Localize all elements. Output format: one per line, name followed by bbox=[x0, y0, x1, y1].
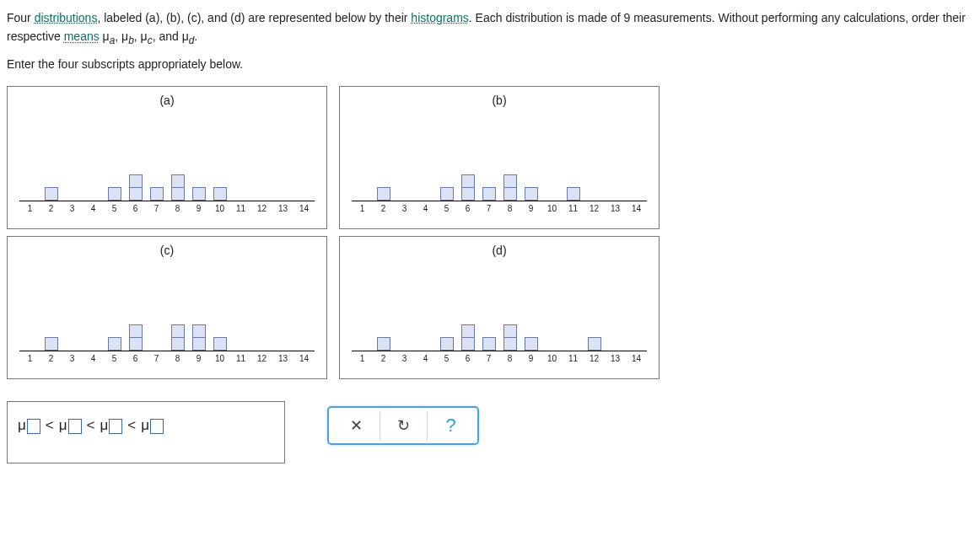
subscript-input-2[interactable] bbox=[68, 419, 82, 434]
bar-col bbox=[272, 175, 293, 201]
x-tick-label: 3 bbox=[394, 354, 415, 363]
chart-title: (a) bbox=[8, 87, 326, 110]
bar-block bbox=[108, 187, 121, 201]
plot-area: 1234567891011121314 bbox=[19, 283, 315, 363]
x-tick-label: 14 bbox=[293, 204, 315, 213]
bar-col bbox=[373, 175, 394, 201]
mu-symbol: μ bbox=[141, 417, 149, 434]
bar-col bbox=[40, 175, 62, 201]
bar-col bbox=[40, 325, 62, 351]
axis-line bbox=[352, 201, 647, 201]
bar-block bbox=[45, 337, 58, 351]
bar-block bbox=[377, 187, 390, 201]
bar-block bbox=[461, 187, 475, 201]
instruction-line: Enter the four subscripts appropriately … bbox=[7, 57, 973, 71]
bar-col bbox=[209, 175, 230, 201]
intro-text-4: μ bbox=[100, 29, 110, 43]
bar-col bbox=[563, 325, 584, 351]
bar-block bbox=[482, 187, 496, 201]
bar-block bbox=[129, 337, 143, 351]
bar-col bbox=[457, 325, 478, 351]
bar-block bbox=[192, 324, 206, 338]
x-tick-label: 5 bbox=[104, 204, 125, 213]
x-tick-label: 6 bbox=[457, 204, 478, 213]
bar-col bbox=[146, 325, 167, 351]
x-tick-label: 9 bbox=[188, 354, 209, 363]
bar-col bbox=[394, 325, 415, 351]
bar-block bbox=[567, 187, 580, 201]
link-means[interactable]: means bbox=[64, 29, 100, 43]
mu-slot-2: μ bbox=[59, 417, 82, 434]
bar-col bbox=[394, 175, 415, 201]
x-ticks: 1234567891011121314 bbox=[352, 204, 647, 213]
axis-line bbox=[352, 351, 647, 351]
bar-col bbox=[478, 325, 499, 351]
bar-block bbox=[129, 174, 143, 188]
bar-block bbox=[171, 337, 185, 351]
x-tick-label: 13 bbox=[605, 354, 626, 363]
bar-col bbox=[293, 325, 315, 351]
sub-b: b bbox=[128, 35, 134, 46]
bar-col bbox=[146, 175, 167, 201]
bar-block bbox=[461, 337, 475, 351]
chart-panel: (b)1234567891011121314 bbox=[339, 86, 660, 229]
undo-button[interactable]: ↻ bbox=[380, 411, 427, 440]
action-toolbar: ✕ ↻ ? bbox=[327, 406, 479, 445]
bar-col bbox=[541, 175, 563, 201]
mu-sequence: μ < μ < μ < μ bbox=[18, 417, 274, 434]
x-tick-label: 4 bbox=[415, 354, 436, 363]
clear-button[interactable]: ✕ bbox=[332, 411, 380, 440]
bar-col bbox=[251, 325, 272, 351]
mu-symbol: μ bbox=[59, 417, 67, 434]
undo-icon: ↻ bbox=[397, 416, 410, 435]
bar-col bbox=[436, 175, 457, 201]
bar-block bbox=[192, 337, 206, 351]
bar-block bbox=[129, 324, 143, 338]
subscript-input-4[interactable] bbox=[150, 419, 164, 434]
bar-col bbox=[230, 175, 251, 201]
x-tick-label: 14 bbox=[293, 354, 315, 363]
x-tick-label: 2 bbox=[40, 204, 62, 213]
x-tick-label: 10 bbox=[541, 204, 563, 213]
mu-symbol: μ bbox=[100, 417, 108, 434]
x-tick-label: 6 bbox=[125, 204, 146, 213]
lt-symbol: < bbox=[46, 417, 54, 434]
bar-col bbox=[188, 175, 209, 201]
bar-col bbox=[478, 175, 499, 201]
x-tick-label: 1 bbox=[19, 204, 40, 213]
bar-col bbox=[125, 325, 146, 351]
bar-col bbox=[605, 175, 626, 201]
bar-col bbox=[83, 175, 104, 201]
x-tick-label: 7 bbox=[146, 354, 167, 363]
x-tick-label: 5 bbox=[436, 354, 457, 363]
x-ticks: 1234567891011121314 bbox=[19, 204, 315, 213]
bar-block bbox=[440, 337, 454, 351]
x-tick-label: 2 bbox=[373, 204, 394, 213]
x-tick-label: 13 bbox=[272, 204, 293, 213]
x-tick-label: 10 bbox=[541, 354, 563, 363]
x-tick-label: 2 bbox=[40, 354, 62, 363]
plot-area: 1234567891011121314 bbox=[352, 283, 647, 363]
link-distributions[interactable]: distributions bbox=[35, 11, 98, 24]
bar-block bbox=[503, 337, 517, 351]
bar-block bbox=[440, 187, 454, 201]
link-histograms[interactable]: histograms bbox=[411, 11, 468, 24]
subscript-input-3[interactable] bbox=[109, 419, 122, 434]
bar-col bbox=[499, 175, 520, 201]
bar-col bbox=[584, 175, 605, 201]
bar-block bbox=[525, 337, 538, 351]
bar-block bbox=[45, 187, 58, 201]
lt-symbol: < bbox=[87, 417, 95, 434]
bar-col bbox=[19, 325, 40, 351]
bar-col bbox=[188, 325, 209, 351]
x-tick-label: 8 bbox=[167, 204, 188, 213]
subscript-input-1[interactable] bbox=[27, 419, 40, 434]
bar-block bbox=[503, 324, 517, 338]
bar-block bbox=[461, 174, 475, 188]
bar-col bbox=[125, 175, 146, 201]
help-button[interactable]: ? bbox=[427, 411, 474, 440]
bar-col bbox=[584, 325, 605, 351]
bar-col bbox=[230, 325, 251, 351]
x-tick-label: 10 bbox=[209, 354, 230, 363]
bar-block bbox=[377, 337, 390, 351]
